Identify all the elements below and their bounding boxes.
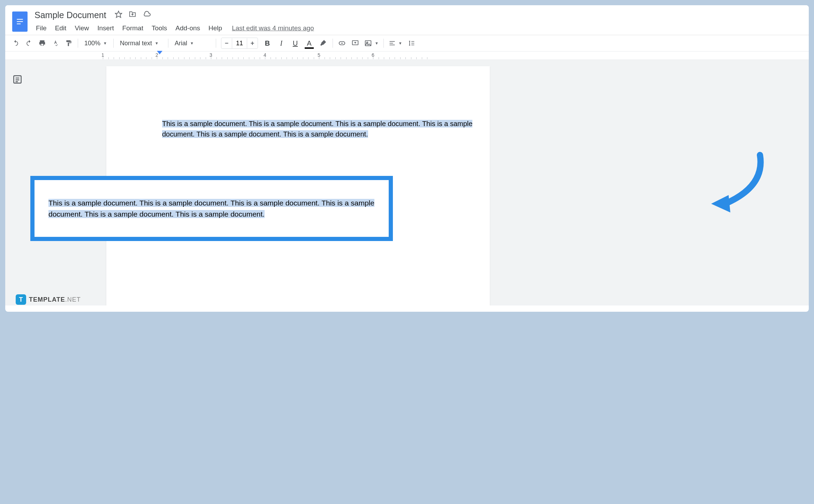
menu-edit[interactable]: Edit: [52, 23, 70, 33]
cloud-status-icon[interactable]: [143, 10, 151, 20]
toolbar: 100%▼ Normal text▼ Arial▼ − 11 + B I U A: [5, 35, 809, 52]
left-sidebar: [5, 60, 30, 305]
callout-box: This is a sample document. This is a sam…: [30, 176, 393, 241]
horizontal-ruler[interactable]: 1 2 3 4 5 6: [5, 52, 809, 60]
svg-rect-8: [389, 43, 393, 44]
document-title[interactable]: Sample Document: [32, 9, 108, 21]
bold-button[interactable]: B: [261, 37, 274, 49]
italic-button[interactable]: I: [275, 37, 288, 49]
zoom-dropdown[interactable]: 100%▼: [81, 38, 111, 48]
menu-bar: File Edit View Insert Format Tools Add-o…: [32, 23, 802, 33]
menu-file[interactable]: File: [32, 23, 50, 33]
watermark-text: TEMPLATE.NET: [29, 296, 81, 303]
menu-help[interactable]: Help: [205, 23, 226, 33]
spellcheck-button[interactable]: [49, 37, 62, 49]
text-color-button[interactable]: A: [303, 37, 316, 49]
insert-image-button[interactable]: ▼: [362, 38, 381, 48]
align-button[interactable]: ▼: [387, 38, 404, 48]
print-button[interactable]: [36, 37, 48, 49]
docs-logo-icon[interactable]: [12, 11, 28, 32]
font-dropdown[interactable]: Arial▼: [171, 38, 213, 48]
font-size-increase[interactable]: +: [247, 38, 258, 48]
svg-rect-2: [17, 23, 21, 24]
svg-point-6: [366, 42, 368, 43]
paragraph-style-dropdown[interactable]: Normal text▼: [116, 38, 165, 48]
font-size-decrease[interactable]: −: [221, 38, 232, 48]
svg-rect-7: [389, 41, 395, 42]
menu-addons[interactable]: Add-ons: [172, 23, 204, 33]
google-docs-window: Sample Document File: [5, 5, 809, 312]
font-size-value[interactable]: 11: [232, 38, 247, 48]
move-icon[interactable]: [129, 10, 136, 20]
svg-rect-1: [17, 21, 23, 22]
svg-rect-9: [389, 45, 395, 45]
watermark: T TEMPLATE.NET: [16, 294, 81, 305]
line-spacing-button[interactable]: [405, 37, 418, 49]
callout-arrow-icon: [704, 152, 774, 221]
last-edit-link[interactable]: Last edit was 4 minutes ago: [232, 23, 314, 33]
font-size-control: − 11 +: [221, 38, 258, 49]
menu-format[interactable]: Format: [119, 23, 147, 33]
underline-button[interactable]: U: [289, 37, 302, 49]
undo-button[interactable]: [9, 37, 22, 49]
app-header: Sample Document File: [5, 5, 809, 35]
menu-tools[interactable]: Tools: [148, 23, 170, 33]
star-icon[interactable]: [115, 10, 122, 20]
menu-view[interactable]: View: [71, 23, 92, 33]
selected-paragraph[interactable]: This is a sample document. This is a sam…: [162, 120, 472, 138]
svg-marker-3: [115, 11, 121, 17]
menu-insert[interactable]: Insert: [94, 23, 117, 33]
paint-format-button[interactable]: [62, 37, 75, 49]
highlight-button[interactable]: [317, 37, 330, 49]
redo-button[interactable]: [23, 37, 35, 49]
svg-rect-0: [17, 19, 23, 20]
svg-marker-14: [711, 195, 730, 212]
insert-link-button[interactable]: [336, 37, 348, 49]
callout-selected-text: This is a sample document. This is a sam…: [48, 199, 374, 218]
insert-comment-button[interactable]: [349, 37, 362, 49]
document-outline-icon[interactable]: [12, 74, 23, 85]
watermark-badge-icon: T: [16, 294, 26, 305]
